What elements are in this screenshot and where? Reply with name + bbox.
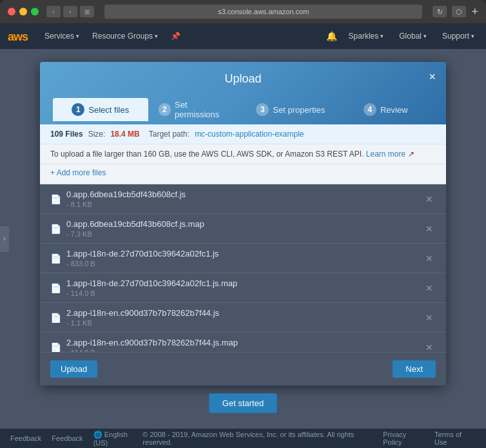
get-started-button[interactable]: Get started	[209, 393, 277, 413]
step-2-set-permissions[interactable]: 2 Set permissions	[148, 95, 244, 124]
close-window-dot[interactable]	[8, 8, 15, 15]
user-menu[interactable]: Sparkles ▾	[345, 32, 388, 41]
step-3-label: Set properties	[273, 105, 325, 115]
file-name: 0.app.6dbea19cb5df43b608cf.js.map	[66, 219, 418, 229]
mac-window-controls	[8, 8, 39, 15]
new-tab-button[interactable]: +	[471, 5, 478, 19]
file-info: 0.app.6dbea19cb5df43b608cf.js - 8.1 KB	[66, 190, 418, 208]
privacy-policy-link[interactable]: Privacy Policy	[383, 431, 427, 446]
aws-footer: Feedback Feedback 🌐 English (US) © 2008 …	[0, 429, 486, 448]
footer-left: Feedback Feedback 🌐 English (US)	[10, 431, 142, 447]
file-size: - 114.0 B	[66, 349, 418, 352]
file-name: 1.app-i18n-de.27d70d10c39642a02fc1.js.ma…	[66, 278, 418, 288]
file-remove-button[interactable]: ✕	[423, 222, 436, 235]
user-chevron: ▾	[380, 33, 384, 39]
next-button[interactable]: Next	[393, 360, 436, 378]
file-name: 1.app-i18n-de.27d70d10c39642a02fc1.js	[66, 249, 418, 258]
feedback-link[interactable]: Feedback	[10, 434, 41, 442]
file-size: - 7.3 KB	[66, 230, 418, 238]
modal-body: 109 Files Size: 18.4 MB Target path: mc-…	[40, 124, 446, 385]
file-row: 📄 0.app.6dbea19cb5df43b608cf.js - 8.1 KB…	[40, 184, 446, 214]
language-selector[interactable]: 🌐 English (US)	[93, 431, 143, 447]
footer-copyright: © 2008 - 2019, Amazon Web Services, Inc.…	[142, 431, 383, 446]
back-button[interactable]: ‹	[46, 6, 61, 17]
file-name: 0.app.6dbea19cb5df43b608cf.js	[66, 190, 418, 199]
file-name: 2.app-i18n-en.c900d37b7b78262b7f44.js	[66, 308, 418, 318]
size-label: Size:	[88, 130, 106, 139]
step-4-review[interactable]: 4 Review	[338, 98, 434, 121]
bookmark-icon[interactable]: ⬡	[452, 6, 466, 17]
browser-toolbar-right: ↻ ⬡	[433, 6, 466, 17]
file-info: 2.app-i18n-en.c900d37b7b78262b7f44.js - …	[66, 308, 418, 327]
steps-row: 1 Select files 2 Set permissions 3 Set p…	[53, 95, 433, 124]
file-size: - 833.0 B	[66, 260, 418, 268]
globe-icon: 🌐	[93, 431, 104, 438]
resource-groups-menu[interactable]: Resource Groups ▾	[88, 32, 162, 41]
support-chevron: ▾	[471, 33, 474, 39]
file-remove-button[interactable]: ✕	[423, 341, 436, 353]
file-remove-button[interactable]: ✕	[423, 193, 436, 206]
step-3-number: 3	[256, 103, 269, 116]
step-3-set-properties[interactable]: 3 Set properties	[243, 98, 338, 121]
file-info: 0.app.6dbea19cb5df43b608cf.js.map - 7.3 …	[66, 219, 418, 238]
terms-of-use-link[interactable]: Terms of Use	[434, 431, 476, 446]
file-name: 2.app-i18n-en.c900d37b7b78262b7f44.js.ma…	[66, 338, 418, 347]
add-files-row: + Add more files	[40, 164, 446, 184]
add-more-files-button[interactable]: + Add more files	[50, 168, 106, 177]
modal-close-button[interactable]: ×	[429, 71, 436, 83]
support-menu[interactable]: Support ▾	[438, 32, 478, 41]
file-info: 2.app-i18n-en.c900d37b7b78262b7f44.js.ma…	[66, 338, 418, 352]
file-row: 📄 1.app-i18n-de.27d70d10c39642a02fc1.js.…	[40, 273, 446, 303]
file-remove-button[interactable]: ✕	[423, 252, 436, 265]
file-icon: 📄	[50, 283, 61, 293]
file-size: - 8.1 KB	[66, 200, 418, 208]
file-list: 📄 0.app.6dbea19cb5df43b608cf.js - 8.1 KB…	[40, 184, 446, 352]
modal-title: Upload	[224, 72, 261, 86]
step-1-number: 1	[72, 103, 84, 116]
step-1-label: Select files	[88, 105, 129, 115]
info-bar: 109 Files Size: 18.4 MB Target path: mc-…	[40, 124, 446, 144]
target-label: Target path:	[149, 130, 190, 139]
region-chevron: ▾	[423, 33, 427, 39]
file-remove-button[interactable]: ✕	[423, 282, 436, 295]
warning-text: To upload a file larger than 160 GB, use…	[50, 150, 364, 159]
region-menu[interactable]: Global ▾	[395, 32, 431, 41]
file-info: 1.app-i18n-de.27d70d10c39642a02fc1.js.ma…	[66, 278, 418, 297]
aws-nav: aws Services ▾ Resource Groups ▾ 📌 🔔 Spa…	[0, 23, 486, 49]
address-bar[interactable]: s3.console.aws.amazon.com	[104, 5, 422, 19]
file-row: 📄 2.app-i18n-en.c900d37b7b78262b7f44.js.…	[40, 333, 446, 352]
sidebar-expand-arrow[interactable]: ›	[0, 226, 9, 252]
step-1-select-files[interactable]: 1 Select files	[53, 98, 148, 121]
upload-modal: Upload × 1 Select files 2 Set permission…	[40, 62, 446, 385]
get-started-area: Get started	[40, 385, 446, 413]
file-count: 109 Files	[50, 130, 83, 139]
file-info: 1.app-i18n-de.27d70d10c39642a02fc1.js - …	[66, 249, 418, 268]
notifications-bell[interactable]: 🔔	[326, 31, 337, 41]
external-link-icon: ↗	[408, 150, 414, 159]
mac-titlebar: ‹ › ⊞ s3.console.aws.amazon.com ↻ ⬡ +	[0, 0, 486, 23]
pin-icon[interactable]: 📌	[167, 32, 184, 41]
feedback-text[interactable]: Feedback	[52, 434, 83, 442]
file-size: - 114.0 B	[66, 289, 418, 297]
file-remove-button[interactable]: ✕	[423, 311, 436, 324]
modal-footer: Upload Next	[40, 352, 446, 385]
forward-button[interactable]: ›	[63, 6, 77, 17]
upload-button[interactable]: Upload	[50, 360, 97, 378]
file-row: 📄 0.app.6dbea19cb5df43b608cf.js.map - 7.…	[40, 214, 446, 244]
modal-title-row: Upload	[53, 72, 433, 86]
file-icon: 📄	[50, 253, 61, 264]
services-menu[interactable]: Services ▾	[41, 32, 83, 41]
learn-more-link[interactable]: Learn more	[366, 150, 405, 159]
main-content: › Upload × 1 Select files 2 Set per	[0, 49, 486, 429]
tab-view-button[interactable]: ⊞	[80, 6, 94, 17]
resource-groups-chevron: ▾	[155, 33, 158, 39]
target-value: mc-custom-application-example	[195, 130, 304, 139]
modal-header: Upload × 1 Select files 2 Set permission…	[40, 62, 446, 124]
file-icon: 📄	[50, 194, 61, 204]
maximize-window-dot[interactable]	[31, 8, 39, 15]
file-icon: 📄	[50, 313, 61, 323]
refresh-icon[interactable]: ↻	[433, 6, 447, 17]
step-2-number: 2	[159, 103, 171, 116]
aws-nav-right: 🔔 Sparkles ▾ Global ▾ Support ▾	[326, 31, 478, 41]
minimize-window-dot[interactable]	[19, 8, 27, 15]
